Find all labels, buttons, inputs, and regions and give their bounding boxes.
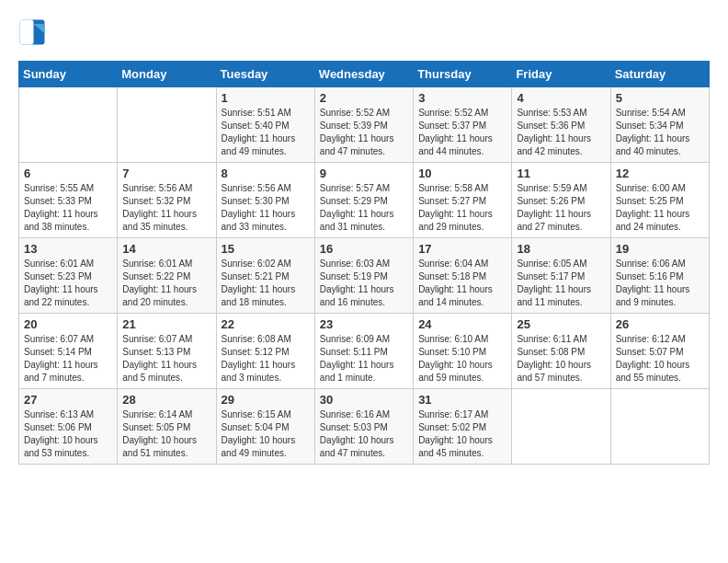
day-number: 27 xyxy=(24,393,112,407)
day-number: 21 xyxy=(122,317,210,331)
calendar-cell: 28Sunrise: 6:14 AM Sunset: 5:05 PM Dayli… xyxy=(118,389,216,465)
day-number: 6 xyxy=(24,167,112,180)
day-info: Sunrise: 6:13 AM Sunset: 5:06 PM Dayligh… xyxy=(24,408,112,460)
calendar-week-row: 1Sunrise: 5:51 AM Sunset: 5:40 PM Daylig… xyxy=(19,87,710,163)
weekday-header-saturday: Saturday xyxy=(610,62,709,87)
calendar-cell: 2Sunrise: 5:52 AM Sunset: 5:39 PM Daylig… xyxy=(314,87,413,163)
day-info: Sunrise: 6:10 AM Sunset: 5:10 PM Dayligh… xyxy=(418,333,506,385)
day-number: 23 xyxy=(320,317,408,331)
day-number: 30 xyxy=(320,393,408,407)
day-info: Sunrise: 5:58 AM Sunset: 5:27 PM Dayligh… xyxy=(418,182,506,234)
day-info: Sunrise: 5:51 AM Sunset: 5:40 PM Dayligh… xyxy=(222,107,310,158)
day-info: Sunrise: 6:02 AM Sunset: 5:21 PM Dayligh… xyxy=(222,258,310,309)
day-number: 3 xyxy=(418,91,506,105)
day-number: 5 xyxy=(616,91,704,105)
calendar-cell: 31Sunrise: 6:17 AM Sunset: 5:02 PM Dayli… xyxy=(414,389,512,465)
calendar-cell xyxy=(512,389,610,465)
day-number: 15 xyxy=(222,242,310,256)
calendar-week-row: 20Sunrise: 6:07 AM Sunset: 5:14 PM Dayli… xyxy=(19,314,710,389)
calendar-cell: 10Sunrise: 5:58 AM Sunset: 5:27 PM Dayli… xyxy=(414,163,512,238)
calendar-cell: 21Sunrise: 6:07 AM Sunset: 5:13 PM Dayli… xyxy=(118,314,216,389)
calendar-cell: 22Sunrise: 6:08 AM Sunset: 5:12 PM Dayli… xyxy=(216,314,314,389)
weekday-header-friday: Friday xyxy=(512,62,610,87)
day-number: 11 xyxy=(517,167,605,180)
day-info: Sunrise: 6:07 AM Sunset: 5:14 PM Dayligh… xyxy=(24,333,112,385)
day-number: 22 xyxy=(222,317,310,331)
day-info: Sunrise: 6:05 AM Sunset: 5:17 PM Dayligh… xyxy=(517,258,605,309)
calendar-week-row: 6Sunrise: 5:55 AM Sunset: 5:33 PM Daylig… xyxy=(19,163,710,238)
calendar-cell xyxy=(118,87,216,163)
calendar-cell: 13Sunrise: 6:01 AM Sunset: 5:23 PM Dayli… xyxy=(19,238,118,314)
calendar-cell: 8Sunrise: 5:56 AM Sunset: 5:30 PM Daylig… xyxy=(216,163,314,238)
day-info: Sunrise: 6:04 AM Sunset: 5:18 PM Dayligh… xyxy=(418,258,506,309)
calendar-cell: 7Sunrise: 5:56 AM Sunset: 5:32 PM Daylig… xyxy=(118,163,216,238)
day-number: 24 xyxy=(418,317,506,331)
calendar-cell: 26Sunrise: 6:12 AM Sunset: 5:07 PM Dayli… xyxy=(610,314,709,389)
page-header xyxy=(18,18,710,46)
calendar-cell: 12Sunrise: 6:00 AM Sunset: 5:25 PM Dayli… xyxy=(610,163,709,238)
calendar-cell: 30Sunrise: 6:16 AM Sunset: 5:03 PM Dayli… xyxy=(314,389,413,465)
day-number: 29 xyxy=(222,393,310,407)
day-number: 8 xyxy=(222,167,310,180)
day-info: Sunrise: 6:00 AM Sunset: 5:25 PM Dayligh… xyxy=(616,182,704,234)
day-number: 28 xyxy=(122,393,210,407)
logo xyxy=(18,18,48,46)
day-info: Sunrise: 5:55 AM Sunset: 5:33 PM Dayligh… xyxy=(24,182,112,234)
calendar-table: SundayMondayTuesdayWednesdayThursdayFrid… xyxy=(18,61,710,465)
day-info: Sunrise: 5:56 AM Sunset: 5:32 PM Dayligh… xyxy=(122,182,210,234)
calendar-cell: 20Sunrise: 6:07 AM Sunset: 5:14 PM Dayli… xyxy=(19,314,118,389)
day-number: 31 xyxy=(418,393,506,407)
calendar-cell: 23Sunrise: 6:09 AM Sunset: 5:11 PM Dayli… xyxy=(314,314,413,389)
day-info: Sunrise: 6:15 AM Sunset: 5:04 PM Dayligh… xyxy=(222,408,310,460)
day-info: Sunrise: 6:11 AM Sunset: 5:08 PM Dayligh… xyxy=(517,333,605,385)
calendar-cell: 29Sunrise: 6:15 AM Sunset: 5:04 PM Dayli… xyxy=(216,389,314,465)
calendar-cell: 17Sunrise: 6:04 AM Sunset: 5:18 PM Dayli… xyxy=(414,238,512,314)
day-number: 7 xyxy=(122,167,210,180)
calendar-cell: 19Sunrise: 6:06 AM Sunset: 5:16 PM Dayli… xyxy=(610,238,709,314)
calendar-cell: 9Sunrise: 5:57 AM Sunset: 5:29 PM Daylig… xyxy=(314,163,413,238)
logo-icon xyxy=(18,18,46,46)
weekday-header-sunday: Sunday xyxy=(19,62,118,87)
day-number: 1 xyxy=(222,91,310,105)
calendar-cell: 15Sunrise: 6:02 AM Sunset: 5:21 PM Dayli… xyxy=(216,238,314,314)
day-info: Sunrise: 5:57 AM Sunset: 5:29 PM Dayligh… xyxy=(320,182,408,234)
calendar-cell: 4Sunrise: 5:53 AM Sunset: 5:36 PM Daylig… xyxy=(512,87,610,163)
calendar-cell: 6Sunrise: 5:55 AM Sunset: 5:33 PM Daylig… xyxy=(19,163,118,238)
day-info: Sunrise: 6:14 AM Sunset: 5:05 PM Dayligh… xyxy=(122,408,210,460)
day-info: Sunrise: 6:12 AM Sunset: 5:07 PM Dayligh… xyxy=(616,333,704,385)
day-info: Sunrise: 6:03 AM Sunset: 5:19 PM Dayligh… xyxy=(320,258,408,309)
weekday-header-row: SundayMondayTuesdayWednesdayThursdayFrid… xyxy=(19,62,710,87)
day-number: 12 xyxy=(616,167,704,180)
day-info: Sunrise: 6:07 AM Sunset: 5:13 PM Dayligh… xyxy=(122,333,210,385)
day-info: Sunrise: 5:54 AM Sunset: 5:34 PM Dayligh… xyxy=(616,107,704,158)
day-number: 2 xyxy=(320,91,408,105)
day-number: 10 xyxy=(418,167,506,180)
weekday-header-thursday: Thursday xyxy=(414,62,512,87)
calendar-cell: 5Sunrise: 5:54 AM Sunset: 5:34 PM Daylig… xyxy=(610,87,709,163)
day-info: Sunrise: 6:09 AM Sunset: 5:11 PM Dayligh… xyxy=(320,333,408,385)
day-number: 13 xyxy=(24,242,112,256)
calendar-cell: 14Sunrise: 6:01 AM Sunset: 5:22 PM Dayli… xyxy=(118,238,216,314)
day-info: Sunrise: 5:53 AM Sunset: 5:36 PM Dayligh… xyxy=(517,107,605,158)
day-info: Sunrise: 6:16 AM Sunset: 5:03 PM Dayligh… xyxy=(320,408,408,460)
day-number: 17 xyxy=(418,242,506,256)
day-info: Sunrise: 5:56 AM Sunset: 5:30 PM Dayligh… xyxy=(222,182,310,234)
calendar-week-row: 13Sunrise: 6:01 AM Sunset: 5:23 PM Dayli… xyxy=(19,238,710,314)
day-number: 25 xyxy=(517,317,605,331)
day-number: 26 xyxy=(616,317,704,331)
calendar-cell xyxy=(19,87,118,163)
day-number: 18 xyxy=(517,242,605,256)
calendar-week-row: 27Sunrise: 6:13 AM Sunset: 5:06 PM Dayli… xyxy=(19,389,710,465)
day-info: Sunrise: 5:59 AM Sunset: 5:26 PM Dayligh… xyxy=(517,182,605,234)
day-number: 20 xyxy=(24,317,112,331)
calendar-cell xyxy=(610,389,709,465)
day-number: 9 xyxy=(320,167,408,180)
calendar-cell: 24Sunrise: 6:10 AM Sunset: 5:10 PM Dayli… xyxy=(414,314,512,389)
day-info: Sunrise: 6:17 AM Sunset: 5:02 PM Dayligh… xyxy=(418,408,506,460)
weekday-header-tuesday: Tuesday xyxy=(216,62,314,87)
day-info: Sunrise: 6:01 AM Sunset: 5:23 PM Dayligh… xyxy=(24,258,112,309)
calendar-cell: 27Sunrise: 6:13 AM Sunset: 5:06 PM Dayli… xyxy=(19,389,118,465)
day-number: 14 xyxy=(122,242,210,256)
weekday-header-wednesday: Wednesday xyxy=(314,62,413,87)
day-info: Sunrise: 6:01 AM Sunset: 5:22 PM Dayligh… xyxy=(122,258,210,309)
